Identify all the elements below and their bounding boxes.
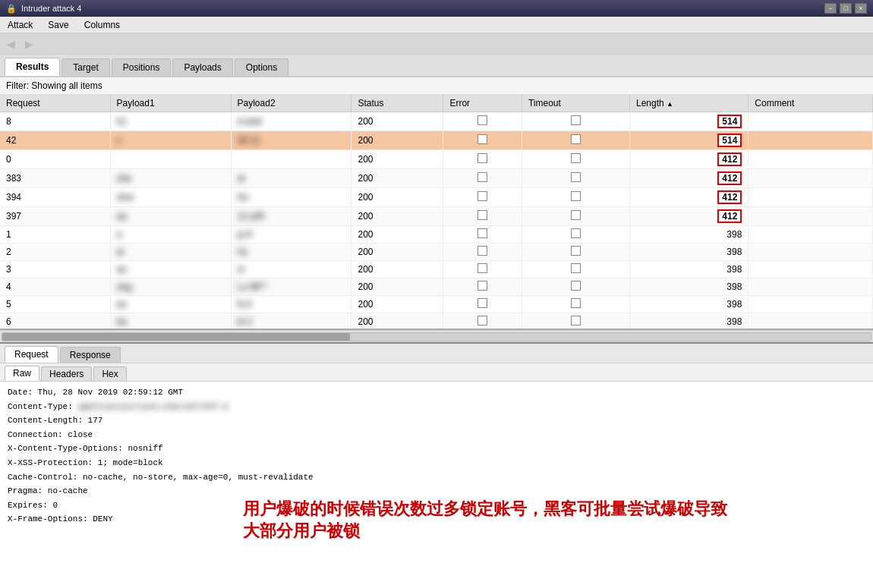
tab-results[interactable]: Results: [5, 58, 60, 76]
cell-status: 200: [351, 207, 443, 226]
timeout-checkbox[interactable]: [571, 316, 581, 325]
timeout-checkbox[interactable]: [571, 153, 581, 163]
table-row[interactable]: 383 zhe ar 200 412: [0, 169, 873, 188]
tab-options[interactable]: Options: [235, 58, 288, 76]
col-length[interactable]: Length ▲: [629, 95, 748, 112]
cell-status: 200: [351, 278, 443, 296]
timeout-checkbox[interactable]: [571, 281, 581, 291]
results-table-container[interactable]: Request Payload1 Payload2 Status Error T…: [0, 95, 873, 330]
cell-timeout: [522, 296, 629, 313]
cell-timeout: [522, 188, 629, 207]
cell-payload2: ho: [231, 244, 351, 261]
table-row[interactable]: 2 ai ho 200 398: [0, 244, 873, 261]
cell-length: 514: [629, 112, 748, 131]
cell-payload1: ao: [110, 296, 231, 313]
table-row[interactable]: 8 h1 d ized 200 514: [0, 112, 873, 131]
table-row[interactable]: 4 ang Lu 88** 200 398: [0, 278, 873, 296]
cell-payload2: 12 y45: [231, 207, 351, 226]
cell-payload1: a: [110, 226, 231, 244]
cell-request: 4: [0, 278, 110, 296]
back-button[interactable]: ◀: [3, 36, 18, 52]
error-checkbox[interactable]: [477, 191, 487, 201]
cell-length: 412: [629, 150, 748, 169]
error-checkbox[interactable]: [477, 298, 487, 308]
col-timeout[interactable]: Timeout: [522, 95, 629, 112]
cell-length: 514: [629, 131, 748, 150]
table-row[interactable]: 42 c 29 11 200 514: [0, 131, 873, 150]
col-payload1[interactable]: Payload1: [110, 95, 231, 112]
cell-request: 42: [0, 131, 110, 150]
menu-bar: Attack Save Columns: [0, 17, 873, 33]
length-value: 398: [726, 229, 742, 240]
col-status[interactable]: Status: [351, 95, 443, 112]
minimize-button[interactable]: −: [824, 3, 837, 14]
timeout-checkbox[interactable]: [571, 298, 581, 308]
table-row[interactable]: 1 a ja 9 200 398: [0, 226, 873, 244]
length-value: 412: [717, 209, 742, 223]
length-value: 398: [726, 316, 742, 327]
cell-payload2: bi 2: [231, 313, 351, 331]
col-payload2[interactable]: Payload2: [231, 95, 351, 112]
menu-columns[interactable]: Columns: [81, 18, 123, 32]
timeout-checkbox[interactable]: [571, 263, 581, 273]
table-row[interactable]: 0 200 412: [0, 150, 873, 169]
horizontal-scrollbar[interactable]: [0, 330, 873, 342]
menu-attack[interactable]: Attack: [5, 18, 36, 32]
response-line: Cache-Control: no-cache, no-store, max-a…: [8, 471, 865, 485]
scroll-thumb[interactable]: [2, 333, 350, 341]
cell-error: [443, 112, 522, 131]
scroll-track[interactable]: [2, 332, 871, 341]
response-line: X-Content-Type-Options: nosniff: [8, 442, 865, 456]
timeout-checkbox[interactable]: [571, 228, 581, 238]
error-checkbox[interactable]: [477, 263, 487, 273]
tab-headers[interactable]: Headers: [41, 366, 92, 381]
error-checkbox[interactable]: [477, 115, 487, 125]
error-checkbox[interactable]: [477, 210, 487, 220]
close-button[interactable]: ×: [855, 3, 867, 14]
error-checkbox[interactable]: [477, 228, 487, 238]
table-row[interactable]: 394 zhui Ko 200 412: [0, 188, 873, 207]
menu-save[interactable]: Save: [45, 18, 71, 32]
tab-request[interactable]: Request: [5, 346, 58, 363]
tab-response[interactable]: Response: [60, 347, 121, 363]
tab-target[interactable]: Target: [61, 58, 109, 76]
request-response-tabs: Request Response: [0, 344, 873, 363]
error-checkbox[interactable]: [477, 246, 487, 256]
timeout-checkbox[interactable]: [571, 246, 581, 256]
timeout-checkbox[interactable]: [571, 134, 581, 144]
tab-hex[interactable]: Hex: [93, 366, 126, 381]
timeout-checkbox[interactable]: [571, 191, 581, 201]
cell-status: 200: [351, 169, 443, 188]
col-error[interactable]: Error: [443, 95, 522, 112]
col-comment[interactable]: Comment: [749, 95, 873, 112]
tab-raw[interactable]: Raw: [5, 366, 39, 381]
forward-button[interactable]: ▶: [21, 36, 36, 52]
table-row[interactable]: 6 ba bi 2 200 398: [0, 313, 873, 331]
cell-status: 200: [351, 244, 443, 261]
cell-timeout: [522, 207, 629, 226]
length-value: 412: [717, 190, 742, 204]
error-checkbox[interactable]: [477, 134, 487, 144]
cell-error: [443, 261, 522, 278]
cell-comment: [749, 296, 873, 313]
title-bar: 🔒 Intruder attack 4 − □ ×: [0, 0, 873, 17]
cell-comment: [749, 313, 873, 331]
error-checkbox[interactable]: [477, 316, 487, 325]
table-row[interactable]: 5 ao fo ll 200 398: [0, 296, 873, 313]
tab-payloads[interactable]: Payloads: [172, 58, 232, 76]
cell-error: [443, 226, 522, 244]
timeout-checkbox[interactable]: [571, 115, 581, 125]
maximize-button[interactable]: □: [840, 3, 852, 14]
table-row[interactable]: 397 aa 12 y45 200 412: [0, 207, 873, 226]
timeout-checkbox[interactable]: [571, 210, 581, 220]
length-value: 412: [717, 171, 742, 185]
cell-timeout: [522, 112, 629, 131]
error-checkbox[interactable]: [477, 153, 487, 163]
cell-error: [443, 313, 522, 331]
table-row[interactable]: 3 an m 200 398: [0, 261, 873, 278]
timeout-checkbox[interactable]: [571, 172, 581, 182]
error-checkbox[interactable]: [477, 172, 487, 182]
col-request[interactable]: Request: [0, 95, 110, 112]
error-checkbox[interactable]: [477, 281, 487, 291]
tab-positions[interactable]: Positions: [112, 58, 172, 76]
